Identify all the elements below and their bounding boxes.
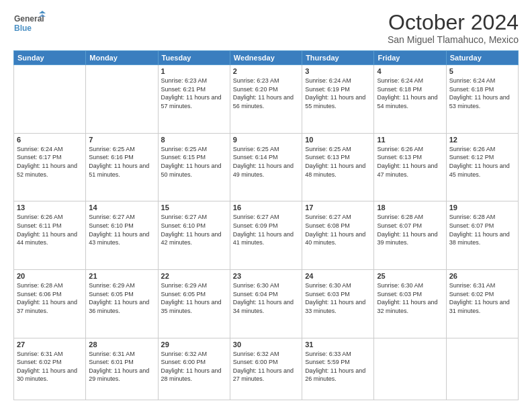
header-monday: Monday	[86, 51, 158, 65]
calendar-table: Sunday Monday Tuesday Wednesday Thursday…	[13, 50, 519, 400]
table-row: 17Sunrise: 6:27 AM Sunset: 6:08 PM Dayli…	[302, 201, 374, 270]
table-row: 7Sunrise: 6:25 AM Sunset: 6:16 PM Daylig…	[86, 133, 158, 201]
day-info: Sunrise: 6:31 AM Sunset: 6:02 PM Dayligh…	[17, 350, 83, 383]
day-info: Sunrise: 6:30 AM Sunset: 6:03 PM Dayligh…	[377, 281, 443, 315]
day-number: 19	[449, 203, 515, 212]
table-row: 25Sunrise: 6:30 AM Sunset: 6:03 PM Dayli…	[374, 270, 446, 338]
table-row: 2Sunrise: 6:23 AM Sunset: 6:20 PM Daylig…	[230, 65, 302, 134]
table-row: 14Sunrise: 6:27 AM Sunset: 6:10 PM Dayli…	[86, 201, 158, 270]
table-row: 30Sunrise: 6:32 AM Sunset: 6:00 PM Dayli…	[230, 338, 302, 400]
table-row: 31Sunrise: 6:33 AM Sunset: 5:59 PM Dayli…	[302, 338, 374, 400]
day-number: 5	[449, 67, 515, 75]
table-row	[446, 338, 518, 400]
day-info: Sunrise: 6:26 AM Sunset: 6:12 PM Dayligh…	[449, 145, 515, 179]
header-thursday: Thursday	[302, 51, 374, 65]
day-info: Sunrise: 6:28 AM Sunset: 6:07 PM Dayligh…	[449, 213, 515, 246]
table-row: 16Sunrise: 6:27 AM Sunset: 6:09 PM Dayli…	[230, 201, 302, 270]
day-number: 9	[233, 136, 299, 144]
day-number: 4	[377, 67, 443, 75]
day-number: 29	[161, 340, 227, 349]
day-info: Sunrise: 6:25 AM Sunset: 6:16 PM Dayligh…	[89, 145, 154, 179]
day-number: 30	[233, 340, 299, 349]
day-info: Sunrise: 6:26 AM Sunset: 6:11 PM Dayligh…	[17, 213, 83, 246]
logo: General Blue	[13, 11, 60, 38]
day-number: 16	[233, 203, 299, 212]
table-row: 9Sunrise: 6:25 AM Sunset: 6:14 PM Daylig…	[230, 133, 302, 201]
day-number: 10	[305, 136, 371, 144]
day-number: 15	[161, 203, 227, 212]
table-row: 18Sunrise: 6:28 AM Sunset: 6:07 PM Dayli…	[374, 201, 446, 270]
day-number: 11	[377, 136, 443, 144]
header: General Blue October 2024 San Miguel Tla…	[13, 11, 519, 45]
table-row	[14, 65, 86, 134]
day-number: 2	[233, 67, 299, 75]
day-number: 6	[17, 136, 83, 144]
day-info: Sunrise: 6:30 AM Sunset: 6:03 PM Dayligh…	[305, 281, 371, 315]
day-info: Sunrise: 6:32 AM Sunset: 6:00 PM Dayligh…	[233, 350, 299, 383]
calendar-week-row: 6Sunrise: 6:24 AM Sunset: 6:17 PM Daylig…	[14, 133, 519, 201]
day-info: Sunrise: 6:33 AM Sunset: 5:59 PM Dayligh…	[305, 350, 371, 383]
day-number: 12	[449, 136, 515, 144]
table-row: 19Sunrise: 6:28 AM Sunset: 6:07 PM Dayli…	[446, 201, 518, 270]
day-number: 24	[305, 272, 371, 280]
table-row: 15Sunrise: 6:27 AM Sunset: 6:10 PM Dayli…	[158, 201, 230, 270]
day-number: 28	[89, 340, 154, 349]
header-sunday: Sunday	[14, 51, 86, 65]
calendar-header-row: Sunday Monday Tuesday Wednesday Thursday…	[14, 51, 519, 65]
day-number: 22	[161, 272, 227, 280]
table-row: 29Sunrise: 6:32 AM Sunset: 6:00 PM Dayli…	[158, 338, 230, 400]
table-row: 26Sunrise: 6:31 AM Sunset: 6:02 PM Dayli…	[446, 270, 518, 338]
day-number: 26	[449, 272, 515, 280]
day-info: Sunrise: 6:23 AM Sunset: 6:20 PM Dayligh…	[233, 77, 299, 110]
day-info: Sunrise: 6:29 AM Sunset: 6:05 PM Dayligh…	[161, 281, 227, 315]
day-number: 18	[377, 203, 443, 212]
day-info: Sunrise: 6:27 AM Sunset: 6:09 PM Dayligh…	[233, 213, 299, 246]
calendar-week-row: 13Sunrise: 6:26 AM Sunset: 6:11 PM Dayli…	[14, 201, 519, 270]
day-info: Sunrise: 6:24 AM Sunset: 6:18 PM Dayligh…	[449, 77, 515, 110]
table-row	[374, 338, 446, 400]
table-row: 8Sunrise: 6:25 AM Sunset: 6:15 PM Daylig…	[158, 133, 230, 201]
svg-text:General: General	[14, 14, 44, 24]
day-info: Sunrise: 6:28 AM Sunset: 6:07 PM Dayligh…	[377, 213, 443, 246]
table-row: 12Sunrise: 6:26 AM Sunset: 6:12 PM Dayli…	[446, 133, 518, 201]
day-info: Sunrise: 6:25 AM Sunset: 6:15 PM Dayligh…	[161, 145, 227, 179]
day-info: Sunrise: 6:25 AM Sunset: 6:14 PM Dayligh…	[233, 145, 299, 179]
day-number: 7	[89, 136, 154, 144]
day-info: Sunrise: 6:27 AM Sunset: 6:10 PM Dayligh…	[89, 213, 154, 246]
header-wednesday: Wednesday	[230, 51, 302, 65]
calendar-title: October 2024	[388, 11, 519, 34]
day-number: 23	[233, 272, 299, 280]
page: General Blue October 2024 San Miguel Tla…	[0, 0, 532, 411]
day-info: Sunrise: 6:24 AM Sunset: 6:19 PM Dayligh…	[305, 77, 371, 110]
svg-text:Blue: Blue	[14, 24, 32, 33]
day-number: 27	[17, 340, 83, 349]
table-row: 20Sunrise: 6:28 AM Sunset: 6:06 PM Dayli…	[14, 270, 86, 338]
day-number: 14	[89, 203, 154, 212]
table-row: 27Sunrise: 6:31 AM Sunset: 6:02 PM Dayli…	[14, 338, 86, 400]
svg-marker-3	[39, 11, 46, 13]
table-row: 28Sunrise: 6:31 AM Sunset: 6:01 PM Dayli…	[86, 338, 158, 400]
table-row: 24Sunrise: 6:30 AM Sunset: 6:03 PM Dayli…	[302, 270, 374, 338]
table-row: 10Sunrise: 6:25 AM Sunset: 6:13 PM Dayli…	[302, 133, 374, 201]
day-number: 31	[305, 340, 371, 349]
calendar-subtitle: San Miguel Tlamahuco, Mexico	[388, 34, 519, 45]
table-row: 6Sunrise: 6:24 AM Sunset: 6:17 PM Daylig…	[14, 133, 86, 201]
day-info: Sunrise: 6:26 AM Sunset: 6:13 PM Dayligh…	[377, 145, 443, 179]
table-row: 1Sunrise: 6:23 AM Sunset: 6:21 PM Daylig…	[158, 65, 230, 134]
title-block: October 2024 San Miguel Tlamahuco, Mexic…	[388, 11, 519, 45]
header-friday: Friday	[374, 51, 446, 65]
day-info: Sunrise: 6:24 AM Sunset: 6:17 PM Dayligh…	[17, 145, 83, 179]
day-number: 25	[377, 272, 443, 280]
day-info: Sunrise: 6:31 AM Sunset: 6:01 PM Dayligh…	[89, 350, 154, 383]
day-info: Sunrise: 6:31 AM Sunset: 6:02 PM Dayligh…	[449, 281, 515, 315]
header-tuesday: Tuesday	[158, 51, 230, 65]
logo-svg: General Blue	[13, 11, 60, 38]
header-saturday: Saturday	[446, 51, 518, 65]
table-row: 5Sunrise: 6:24 AM Sunset: 6:18 PM Daylig…	[446, 65, 518, 134]
day-info: Sunrise: 6:27 AM Sunset: 6:10 PM Dayligh…	[161, 213, 227, 246]
day-info: Sunrise: 6:28 AM Sunset: 6:06 PM Dayligh…	[17, 281, 83, 315]
calendar-week-row: 1Sunrise: 6:23 AM Sunset: 6:21 PM Daylig…	[14, 65, 519, 134]
day-info: Sunrise: 6:32 AM Sunset: 6:00 PM Dayligh…	[161, 350, 227, 383]
day-number: 13	[17, 203, 83, 212]
table-row: 23Sunrise: 6:30 AM Sunset: 6:04 PM Dayli…	[230, 270, 302, 338]
